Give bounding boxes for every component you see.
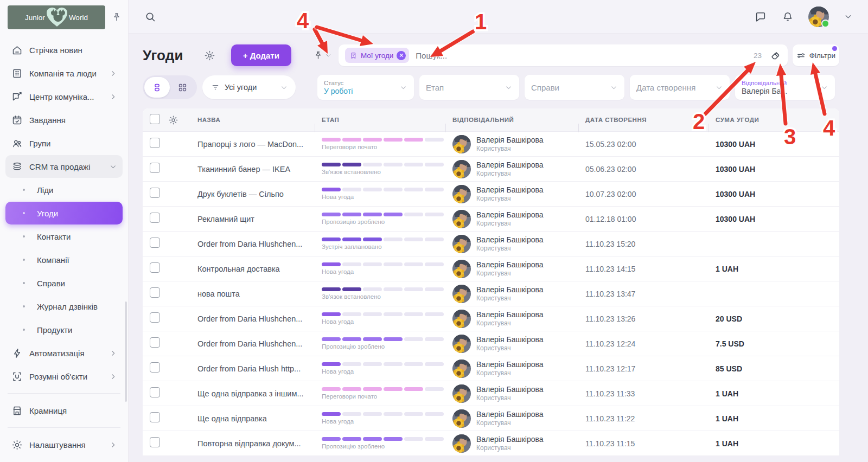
sidebar-item-companies[interactable]: Компанії (5, 248, 123, 271)
row-checkbox[interactable] (150, 312, 160, 323)
row-checkbox[interactable] (150, 238, 160, 248)
column-header-amount[interactable]: СУМА УГОДИ (709, 117, 839, 123)
sidebar-item-contacts[interactable]: Контакти (5, 225, 123, 248)
stage-segment (363, 213, 382, 216)
deal-name[interactable]: Контрольная доставка (190, 265, 315, 273)
deal-amount: 1 UAH (709, 439, 839, 448)
row-checkbox[interactable] (150, 337, 160, 348)
smart-icon (11, 370, 23, 382)
chip-close-icon[interactable]: ✕ (397, 51, 406, 60)
row-checkbox[interactable] (150, 412, 160, 422)
pin-filter-dropdown[interactable] (313, 50, 332, 61)
table-row[interactable]: Прапорці з лого — MacDon...Переговори по… (143, 132, 839, 157)
sidebar-item-tasks[interactable]: Завдання (5, 108, 123, 131)
notifications-bell-icon[interactable] (781, 10, 794, 23)
select-all-checkbox[interactable] (150, 114, 160, 124)
table-row[interactable]: Контрольная доставкаНова угодаВалерія Ба… (143, 256, 839, 281)
row-checkbox[interactable] (150, 262, 160, 273)
sidebar-item-call-log[interactable]: Журнал дзвінків (5, 295, 123, 318)
deal-name[interactable]: Друк буклетів — Сільпо (190, 190, 315, 198)
filter-status-dropdown[interactable]: СтатусУ роботі (317, 75, 414, 100)
search-input[interactable]: Пошук... (416, 51, 754, 60)
table-row[interactable]: Ще одна відправкаНова угодаВалерія Башкі… (143, 406, 839, 431)
sidebar-item-smart-objects[interactable]: Розумні об'єкти (5, 365, 123, 388)
deal-name[interactable]: Ще одна відправка (190, 414, 315, 423)
table-row[interactable]: Order from Daria Hlushchen...Пропозицію … (143, 331, 839, 356)
filter-cases-dropdown[interactable]: Справи (525, 75, 624, 100)
column-header-name[interactable]: НАЗВА (190, 117, 315, 123)
clear-search-eraser-icon[interactable] (769, 49, 781, 61)
row-checkbox[interactable] (150, 287, 160, 298)
row-checkbox[interactable] (150, 213, 160, 223)
grid-view-button[interactable] (170, 77, 195, 98)
filters-button[interactable]: Фільтри (793, 44, 839, 66)
sidebar-item-deals[interactable]: Угоди (5, 202, 123, 224)
deal-name[interactable]: Order from Daria Hlushchen... (190, 315, 315, 323)
column-header-created[interactable]: ДАТА СТВОРЕННЯ (578, 117, 709, 123)
deal-name[interactable]: Ще одна відправка з іншим... (190, 389, 315, 398)
table-row[interactable]: Order from Daria Hlushchen...Зустріч зап… (143, 232, 839, 256)
sidebar-item-company[interactable]: Компанія та люди (5, 62, 123, 85)
sidebar-item-leads[interactable]: Ліди (5, 178, 123, 201)
deal-name[interactable]: Тканинний банер — IKEA (190, 165, 315, 174)
table-row[interactable]: Ще одна відправка з іншим...Переговори п… (143, 381, 839, 406)
row-checkbox[interactable] (150, 138, 160, 148)
filter-responsible-dropdown[interactable]: ВідповідальнийВалерія Ба... (735, 75, 835, 100)
sidebar-item-groups[interactable]: Групи (5, 132, 123, 155)
sidebar-item-label: Продукти (37, 325, 72, 335)
sidebar-item-cases[interactable]: Справи (5, 272, 123, 294)
table-row[interactable]: Рекламний щитПропозицію зробленоВалерія … (143, 207, 839, 232)
search-bar[interactable]: Мої угоди ✕ Пошук... 23 (339, 44, 788, 66)
row-checkbox[interactable] (150, 387, 160, 397)
user-avatar[interactable] (808, 7, 829, 27)
sidebar-item-comm-center[interactable]: Центр комуніка... (5, 85, 123, 108)
column-header-stage[interactable]: ЕТАП (315, 117, 445, 123)
table-row[interactable]: нова поштаЗв'язок встановленоВалерія Баш… (143, 281, 839, 306)
sidebar-item-products[interactable]: Продукти (5, 318, 123, 341)
deal-name[interactable]: Order from Daria Hlushchen... (190, 339, 315, 348)
row-checkbox[interactable] (150, 362, 160, 373)
table-row[interactable]: Order from Daria Hlush http...Нова угода… (143, 356, 839, 381)
saved-filter-chip[interactable]: Мої угоди ✕ (345, 48, 409, 63)
responsible-cell: Валерія БашкіроваКористувач (445, 409, 578, 428)
deal-name[interactable]: Order from Daria Hlushchen... (190, 240, 315, 248)
row-checkbox[interactable] (150, 437, 160, 447)
sidebar-item-crm[interactable]: CRM та продажі (5, 155, 123, 178)
filter-created-dropdown[interactable]: Дата створення (630, 75, 730, 100)
created-date: 11.10.23 13:47 (578, 290, 709, 298)
column-header-responsible[interactable]: ВІДПОВІДАЛЬНИЙ (445, 117, 578, 123)
logo[interactable]: Junior World (8, 5, 105, 29)
row-checkbox[interactable] (150, 188, 160, 198)
row-checkbox[interactable] (150, 163, 160, 173)
global-search-icon[interactable] (144, 10, 157, 23)
saved-filter-chip-label: Мої угоди (361, 52, 393, 60)
sidebar-scrollbar[interactable] (125, 301, 127, 402)
table-settings-gear-icon[interactable] (168, 114, 178, 125)
table-row[interactable]: Повторна відправка докум...Пропозицію зр… (143, 431, 839, 456)
sidebar-pin-icon[interactable] (111, 11, 123, 23)
sidebar-item-shop[interactable]: Крамниця (5, 399, 123, 422)
user-menu-chevron-icon[interactable] (843, 12, 853, 22)
table-row[interactable]: Друк буклетів — СільпоНова угодаВалерія … (143, 182, 839, 207)
table-row[interactable]: Тканинний банер — IKEAЗв'язок встановлен… (143, 157, 839, 182)
stage-progress-bar (322, 188, 444, 191)
page-settings-gear-icon[interactable] (204, 49, 216, 61)
list-view-button[interactable] (144, 77, 170, 98)
sidebar-item-automation[interactable]: Автоматизація (5, 342, 123, 364)
main-area: Угоди + Додати Мої угоди ✕ Пошук... 23 (129, 0, 868, 462)
sidebar-item-settings[interactable]: Налаштування (5, 433, 123, 456)
shop-icon (11, 405, 23, 416)
sidebar-item-news[interactable]: Стрічка новин (5, 39, 123, 61)
add-deal-button[interactable]: + Додати (231, 44, 291, 66)
deal-name[interactable]: нова пошта (190, 290, 315, 298)
deal-name[interactable]: Рекламний щит (190, 215, 315, 223)
table-row[interactable]: Order from Daria Hlushchen...Нова угодаВ… (143, 306, 839, 331)
deal-name[interactable]: Повторна відправка докум... (190, 439, 315, 448)
all-deals-dropdown[interactable]: Усі угоди (202, 75, 296, 99)
deal-name[interactable]: Order from Daria Hlush http... (190, 364, 315, 373)
online-status-dot (821, 20, 829, 28)
filter-placeholder: Дата створення (636, 83, 695, 92)
deal-name[interactable]: Прапорці з лого — MacDon... (190, 140, 315, 149)
filter-stage-dropdown[interactable]: Етап (419, 75, 519, 100)
chat-icon[interactable] (754, 10, 767, 23)
